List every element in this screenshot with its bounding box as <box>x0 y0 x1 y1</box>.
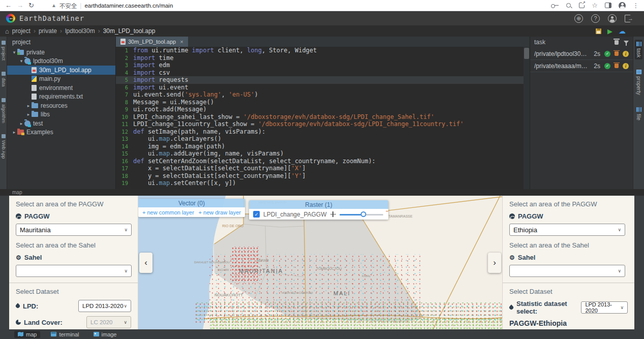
home-icon[interactable]: ⌂ <box>5 27 9 35</box>
new-draw-layer-link[interactable]: + new draw layer <box>199 209 241 215</box>
back-icon[interactable]: ← <box>5 2 12 9</box>
raster-layer-checkbox[interactable]: ✓ <box>253 211 260 218</box>
code-line-12[interactable]: 12def setImage(path, name, visParams): <box>116 128 530 136</box>
sidebar-rail-item-project[interactable]: project <box>1 41 6 60</box>
landcover-select[interactable]: LC 2020 ∨ <box>86 316 131 328</box>
cloud-upload-icon[interactable]: ☁ <box>619 27 626 35</box>
reload-icon[interactable]: ↻ <box>28 2 34 9</box>
info-circle-icon[interactable]: i <box>623 51 629 57</box>
code-line-17[interactable]: 17 x = selectDataList[select_countryname… <box>116 165 530 172</box>
browser-avatar-icon[interactable] <box>619 2 626 9</box>
bottom-tab-terminal[interactable]: terminal <box>47 331 82 338</box>
sahel-select[interactable]: ∨ <box>16 265 132 277</box>
right-rail-tab-task[interactable]: task <box>635 40 642 59</box>
right-rail-tab-file[interactable]: file <box>635 105 642 122</box>
tree-item-resources[interactable]: ▸resources <box>7 101 115 110</box>
sidebar-rail-item-data[interactable]: data <box>1 72 6 87</box>
save-icon[interactable] <box>596 28 601 34</box>
info-circle-icon[interactable]: i <box>623 63 629 69</box>
tree-expand-icon[interactable]: ▾ <box>18 58 24 64</box>
delete-task-icon[interactable] <box>615 51 619 56</box>
editor-tab[interactable]: 30m_LPD_tool.app × <box>116 37 188 47</box>
breadcrumb-item-30m_LPD_tool.app[interactable]: 30m_LPD_tool.app <box>103 27 156 35</box>
side-panel-icon[interactable] <box>605 3 611 8</box>
code-line-15[interactable]: 15 ui.map.addLayer(img, name, visParams) <box>116 150 530 158</box>
browser-menu-icon[interactable]: ⋮ <box>633 2 639 9</box>
raster-panel-header[interactable]: Raster (1) <box>249 200 388 209</box>
tab-close-icon[interactable]: × <box>180 39 183 45</box>
sidebar-rail-item-web-app[interactable]: Web App <box>1 134 6 159</box>
tree-expand-icon[interactable]: ▸ <box>25 103 32 108</box>
opacity-slider[interactable] <box>340 211 383 218</box>
right-rail-tab-property[interactable]: property <box>635 68 642 97</box>
tree-item-30m_LPD_tool.app[interactable]: 30m_LPD_tool.app <box>7 66 115 75</box>
code-line-6[interactable]: 6import ui.event <box>116 84 530 91</box>
browser-toolbar: ← → ↻ ▲ 不安全 | earthdataminer.caseearth.c… <box>0 0 644 11</box>
code-line-14[interactable]: 14 img = edm.Image(path) <box>116 143 530 150</box>
editor-scrollbar-thumb[interactable] <box>524 48 529 59</box>
clear-tasks-icon[interactable] <box>615 40 619 45</box>
user-icon[interactable] <box>608 14 617 23</box>
tree-item-test[interactable]: ▸test <box>7 119 115 128</box>
bottom-tab-image[interactable]: image <box>90 331 120 338</box>
tree-expand-icon[interactable]: ▸ <box>18 121 24 126</box>
tree-expand-icon[interactable]: ▸ <box>11 130 17 135</box>
forward-icon[interactable]: → <box>17 2 23 9</box>
code-line-19[interactable]: 19 ui.map.setCenter([x, y]) <box>116 179 530 187</box>
editor-scrollbar[interactable] <box>524 47 530 189</box>
task-row[interactable]: /private/teaaaa/mai...2s✓i <box>530 60 633 72</box>
task-row[interactable]: /private/lpdtool30m...2s✓i <box>530 48 633 60</box>
code-line-4[interactable]: 4import csv <box>116 69 530 77</box>
code-line-5[interactable]: 5import requests <box>116 76 530 84</box>
code-line-10[interactable]: 10LPDI_change_sahei_last_show = '/dboxst… <box>116 113 530 121</box>
paggw-select[interactable]: Mauritania ∨ <box>16 224 132 236</box>
sidebar-rail-item-algorithm[interactable]: algorithm <box>1 98 6 123</box>
delete-task-icon[interactable] <box>615 64 619 68</box>
tree-item-private[interactable]: ▾private <box>7 48 115 57</box>
tree-item-requirements.txt[interactable]: requirements.txt <box>7 93 115 102</box>
slider-knob[interactable] <box>360 211 366 217</box>
new-common-layer-link[interactable]: + new common layer <box>142 209 194 215</box>
share-icon[interactable] <box>579 3 585 8</box>
paggw-select-right[interactable]: Ethiopia ∨ <box>509 224 625 236</box>
filter-funnel-icon[interactable] <box>624 41 629 44</box>
password-key-icon[interactable] <box>551 4 559 8</box>
code-line-16[interactable]: 16def setCenterAndZoom(selectDataList, s… <box>116 158 530 165</box>
code-line-18[interactable]: 18 y = selectDataList[select_countryname… <box>116 172 530 180</box>
tree-item-lpdtool30m[interactable]: ▾lpdtool30m <box>7 57 115 66</box>
run-icon[interactable]: ▶ <box>607 28 612 35</box>
vector-panel-header[interactable]: Vector (0) <box>138 199 245 207</box>
statistic-dataset-select[interactable]: LPD 2013-2020 ∨ <box>581 301 628 314</box>
center-target-icon[interactable] <box>330 211 336 217</box>
code-line-8[interactable]: 8Message = ui.Message() <box>116 99 530 106</box>
code-line-3[interactable]: 3import edm <box>116 61 530 69</box>
collapse-left-panel-button[interactable]: ‹ <box>139 253 152 273</box>
zoom-icon[interactable] <box>566 3 572 9</box>
code-area[interactable]: 1from ui.runtime import client, long, St… <box>116 47 530 189</box>
tree-expand-icon[interactable]: ▸ <box>25 112 32 117</box>
lpd-select[interactable]: LPD 2013-2020 ∨ <box>78 300 131 312</box>
tree-item-environment[interactable]: environment <box>7 83 115 93</box>
tree-item-Examples[interactable]: ▸Examples <box>7 128 115 137</box>
bookmark-star-icon[interactable]: ☆ <box>592 2 598 9</box>
code-line-2[interactable]: 2import time <box>116 54 530 62</box>
breadcrumb-item-project[interactable]: project <box>12 27 30 35</box>
breadcrumb-item-private[interactable]: private <box>39 27 57 35</box>
map-view[interactable]: WESTERN SAHARARIO DE ORODAKHLET NOUADHIB… <box>138 196 502 329</box>
breadcrumb-item-lpdtool30m[interactable]: lpdtool30m <box>65 27 95 35</box>
logout-icon[interactable] <box>625 15 631 22</box>
code-line-13[interactable]: 13 ui.map.clearLayers() <box>116 135 530 143</box>
help-icon[interactable]: ? <box>591 14 600 23</box>
bottom-tab-map[interactable]: map <box>14 331 40 338</box>
code-line-9[interactable]: 9ui.root.add(Message) <box>116 106 530 113</box>
code-line-7[interactable]: 7ui.event.send('sys.lang', 'en-US') <box>116 91 530 99</box>
code-line-11[interactable]: 11LPDI_change_11country_last_show = '/db… <box>116 120 530 128</box>
tree-item-main.py[interactable]: main.py <box>7 75 115 84</box>
sahel-select-right[interactable]: ∨ <box>509 265 625 277</box>
add-circle-icon[interactable]: ⊕ <box>574 14 583 23</box>
collapse-right-panel-button[interactable]: › <box>488 253 501 273</box>
tree-expand-icon[interactable]: ▾ <box>11 50 17 55</box>
address-bar[interactable]: ▲ 不安全 | earthdataminer.caseearth.cn/main <box>51 2 173 10</box>
tree-item-libs[interactable]: ▸libs <box>7 110 115 119</box>
code-line-1[interactable]: 1from ui.runtime import client, long, St… <box>116 47 530 54</box>
